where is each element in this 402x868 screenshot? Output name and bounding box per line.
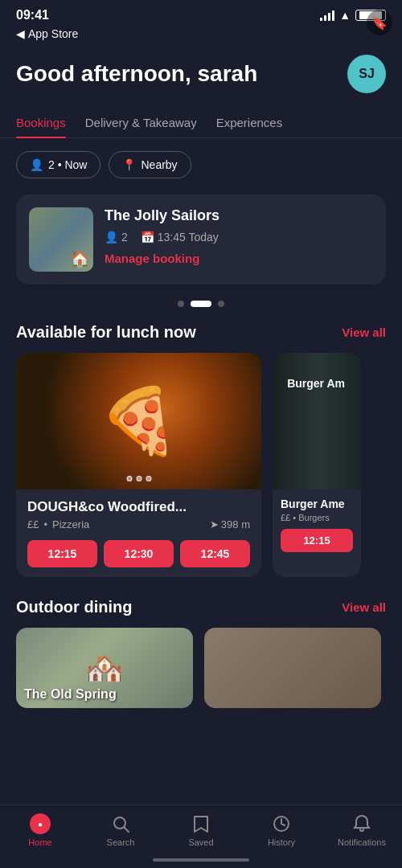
tab-experiences[interactable]: Experiences xyxy=(216,108,283,137)
app-store-back[interactable]: ◀ App Store xyxy=(0,27,402,47)
manage-booking-link[interactable]: Manage booking xyxy=(105,252,373,265)
nav-home[interactable]: Home xyxy=(0,813,80,847)
navigation-icon: ➤ xyxy=(210,518,219,530)
signal-icon xyxy=(320,10,334,21)
booking-meta: 👤 2 📅 13:45 Today xyxy=(105,231,373,244)
dough-card-name: DOUGH&co Woodfired... 🔖 xyxy=(27,499,250,515)
booking-thumbnail xyxy=(29,207,93,272)
time-slot-1230[interactable]: 12:30 xyxy=(104,540,174,567)
notifications-icon xyxy=(351,813,372,834)
image-dot-3 xyxy=(146,476,151,481)
outdoor-section-title: Outdoor dining xyxy=(16,598,132,616)
burger-time-slot-1215[interactable]: 12:15 xyxy=(281,529,353,552)
burger-card-meta: ££ • Burgers xyxy=(281,513,353,522)
home-icon xyxy=(30,813,51,834)
outdoor-card-2-image xyxy=(204,628,381,708)
history-icon xyxy=(271,813,292,834)
pub-card-image: 🏘️ The Old Spring xyxy=(16,628,193,708)
burger-sign: Burger Am xyxy=(287,377,345,390)
location-filter[interactable]: 📍 Nearby xyxy=(109,151,191,178)
nav-notifications-label: Notifications xyxy=(338,837,386,847)
scroll-dots xyxy=(0,301,402,307)
restaurant-cards-row: DOUGH&co Woodfired... 🔖 ££ • Pizzeria ➤ … xyxy=(0,353,402,593)
outdoor-cards-row: 🏘️ The Old Spring xyxy=(0,628,402,708)
outdoor-card-2[interactable] xyxy=(204,628,381,708)
person-icon: 👤 xyxy=(30,158,43,171)
time-slot-1215[interactable]: 12:15 xyxy=(27,540,97,567)
booking-info: The Jolly Sailors 👤 2 📅 13:45 Today Mana… xyxy=(105,207,373,265)
image-dot-1 xyxy=(126,476,132,481)
booking-card: The Jolly Sailors 👤 2 📅 13:45 Today Mana… xyxy=(16,194,386,285)
search-icon xyxy=(110,813,131,834)
outdoor-section: Outdoor dining View all 🏘️ The Old Sprin… xyxy=(0,598,402,708)
booking-time: 📅 13:45 Today xyxy=(141,231,219,244)
dough-card-meta: ££ • Pizzeria ➤ 398 m xyxy=(27,518,250,530)
back-chevron-icon: ◀ xyxy=(16,27,25,40)
restaurant-card-burger[interactable]: Burger Am Burger Ame ££ • Burgers 12:15 xyxy=(273,353,361,577)
nav-home-label: Home xyxy=(28,837,51,847)
lunch-section-title: Available for lunch now xyxy=(16,323,196,342)
time-slots: 12:15 12:30 12:45 xyxy=(27,540,250,567)
booking-restaurant-name: The Jolly Sailors xyxy=(105,207,373,224)
nav-search-label: Search xyxy=(107,837,135,847)
nav-history[interactable]: History xyxy=(241,813,322,847)
greeting-text: Good afternoon, sarah xyxy=(16,61,257,87)
burger-card-image: Burger Am xyxy=(273,353,361,489)
nav-history-label: History xyxy=(268,837,295,847)
image-dots xyxy=(126,476,151,481)
filters-row: 👤 2 • Now 📍 Nearby xyxy=(0,151,402,194)
wifi-icon: ▲ xyxy=(339,9,351,22)
image-dot-2 xyxy=(136,476,142,481)
outdoor-card-pub[interactable]: 🏘️ The Old Spring xyxy=(16,628,193,708)
header: Good afternoon, sarah SJ xyxy=(0,47,402,108)
status-bar: 09:41 ▲ xyxy=(0,0,402,27)
home-indicator xyxy=(153,858,249,862)
lunch-section-header: Available for lunch now View all xyxy=(0,323,402,353)
nav-saved-label: Saved xyxy=(188,837,213,847)
tab-bookings[interactable]: Bookings xyxy=(16,108,66,137)
svg-line-1 xyxy=(125,828,129,833)
guests-filter[interactable]: 👤 2 • Now xyxy=(16,151,100,178)
guests-icon: 👤 xyxy=(105,231,118,244)
booking-guests: 👤 2 xyxy=(105,231,128,244)
pub-name-overlay: The Old Spring xyxy=(24,687,117,702)
dough-card-image xyxy=(16,353,261,489)
dot-3 xyxy=(218,301,224,307)
location-icon: 📍 xyxy=(122,158,136,171)
status-time: 09:41 xyxy=(16,8,49,23)
saved-icon xyxy=(191,813,211,834)
outdoor-section-header: Outdoor dining View all xyxy=(0,598,402,628)
avatar[interactable]: SJ xyxy=(347,55,386,93)
dot-1 xyxy=(178,301,184,307)
lunch-view-all[interactable]: View all xyxy=(342,326,386,339)
outdoor-view-all[interactable]: View all xyxy=(342,600,386,614)
tab-bar: Bookings Delivery & Takeaway Experiences xyxy=(0,108,402,138)
time-slot-1245[interactable]: 12:45 xyxy=(180,540,250,567)
tab-delivery[interactable]: Delivery & Takeaway xyxy=(85,108,197,137)
calendar-icon: 📅 xyxy=(141,231,154,244)
dot-2 xyxy=(191,301,211,307)
restaurant-card-dough[interactable]: DOUGH&co Woodfired... 🔖 ££ • Pizzeria ➤ … xyxy=(16,353,261,577)
nav-saved[interactable]: Saved xyxy=(161,813,241,847)
burger-card-name: Burger Ame xyxy=(281,497,353,510)
nav-notifications[interactable]: Notifications xyxy=(322,813,402,847)
nav-search[interactable]: Search xyxy=(80,813,161,847)
distance-label: ➤ 398 m xyxy=(210,518,250,530)
